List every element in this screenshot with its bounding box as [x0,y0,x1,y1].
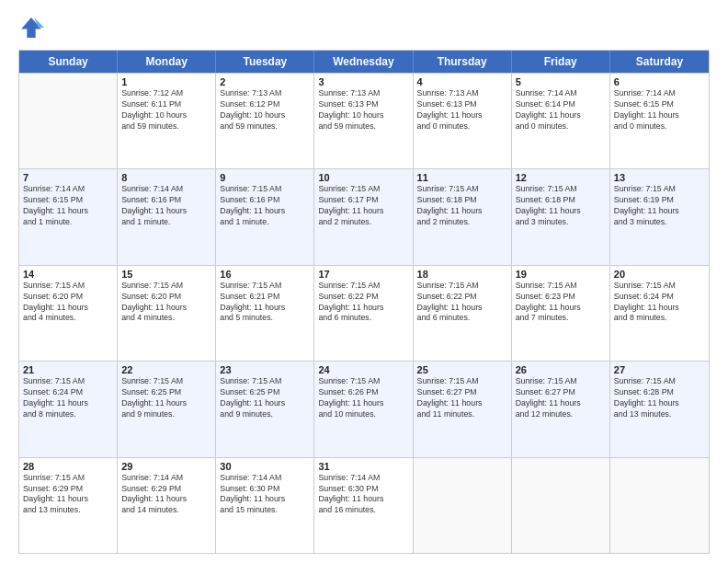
day-info: Sunrise: 7:15 AM Sunset: 6:18 PM Dayligh… [417,184,507,228]
calendar-cell [414,458,512,553]
calendar-cell: 18Sunrise: 7:15 AM Sunset: 6:22 PM Dayli… [414,266,512,361]
day-number: 18 [417,269,507,280]
day-number: 10 [318,172,408,183]
day-info: Sunrise: 7:15 AM Sunset: 6:24 PM Dayligh… [23,376,113,420]
day-info: Sunrise: 7:15 AM Sunset: 6:18 PM Dayligh… [516,184,606,228]
day-info: Sunrise: 7:15 AM Sunset: 6:28 PM Dayligh… [614,376,705,420]
day-info: Sunrise: 7:15 AM Sunset: 6:23 PM Dayligh… [516,281,606,325]
calendar-cell: 20Sunrise: 7:15 AM Sunset: 6:24 PM Dayli… [610,266,709,361]
calendar-cell: 6Sunrise: 7:14 AM Sunset: 6:15 PM Daylig… [610,74,709,168]
calendar-cell: 10Sunrise: 7:15 AM Sunset: 6:17 PM Dayli… [314,169,413,264]
calendar-cell: 21Sunrise: 7:15 AM Sunset: 6:24 PM Dayli… [19,362,118,456]
day-info: Sunrise: 7:15 AM Sunset: 6:19 PM Dayligh… [614,184,705,228]
day-number: 21 [23,364,113,375]
calendar-cell: 1Sunrise: 7:12 AM Sunset: 6:11 PM Daylig… [118,74,216,168]
day-number: 9 [220,172,310,183]
day-number: 17 [318,269,408,280]
day-number: 25 [417,364,507,375]
day-info: Sunrise: 7:13 AM Sunset: 6:12 PM Dayligh… [220,88,310,132]
day-info: Sunrise: 7:15 AM Sunset: 6:27 PM Dayligh… [516,376,606,420]
page: SundayMondayTuesdayWednesdayThursdayFrid… [0,0,728,563]
calendar-cell: 28Sunrise: 7:15 AM Sunset: 6:29 PM Dayli… [19,458,118,553]
calendar-cell: 27Sunrise: 7:15 AM Sunset: 6:28 PM Dayli… [610,362,709,456]
calendar-cell: 24Sunrise: 7:15 AM Sunset: 6:26 PM Dayli… [314,362,413,456]
day-number: 12 [516,172,606,183]
calendar-cell: 17Sunrise: 7:15 AM Sunset: 6:22 PM Dayli… [314,266,413,361]
day-number: 13 [614,172,705,183]
day-number: 30 [220,461,310,472]
day-number: 27 [614,364,705,375]
day-info: Sunrise: 7:15 AM Sunset: 6:29 PM Dayligh… [23,473,113,517]
calendar-week-2: 7Sunrise: 7:14 AM Sunset: 6:15 PM Daylig… [19,168,709,264]
day-info: Sunrise: 7:15 AM Sunset: 6:20 PM Dayligh… [121,281,211,325]
day-info: Sunrise: 7:15 AM Sunset: 6:25 PM Dayligh… [121,376,211,420]
day-info: Sunrise: 7:14 AM Sunset: 6:14 PM Dayligh… [516,88,606,132]
calendar-cell: 23Sunrise: 7:15 AM Sunset: 6:25 PM Dayli… [216,362,314,456]
day-number: 15 [121,269,211,280]
day-number: 4 [417,76,507,87]
calendar-cell: 2Sunrise: 7:13 AM Sunset: 6:12 PM Daylig… [216,74,314,168]
calendar-cell: 8Sunrise: 7:14 AM Sunset: 6:16 PM Daylig… [118,169,216,264]
day-info: Sunrise: 7:14 AM Sunset: 6:15 PM Dayligh… [23,184,113,228]
day-number: 3 [318,76,408,87]
calendar-cell: 14Sunrise: 7:15 AM Sunset: 6:20 PM Dayli… [19,266,118,361]
day-number: 20 [614,269,705,280]
header-day-thursday: Thursday [414,51,512,73]
calendar-cell: 26Sunrise: 7:15 AM Sunset: 6:27 PM Dayli… [512,362,610,456]
day-number: 26 [516,364,606,375]
calendar-cell [512,458,610,553]
svg-marker-0 [21,17,41,38]
calendar-week-5: 28Sunrise: 7:15 AM Sunset: 6:29 PM Dayli… [19,457,709,553]
header-day-wednesday: Wednesday [314,51,413,73]
calendar-cell: 5Sunrise: 7:14 AM Sunset: 6:14 PM Daylig… [512,74,610,168]
day-number: 14 [23,269,113,280]
day-number: 28 [23,461,113,472]
calendar-cell: 16Sunrise: 7:15 AM Sunset: 6:21 PM Dayli… [216,266,314,361]
calendar-header-row: SundayMondayTuesdayWednesdayThursdayFrid… [19,51,709,73]
day-info: Sunrise: 7:14 AM Sunset: 6:29 PM Dayligh… [121,473,211,517]
day-info: Sunrise: 7:15 AM Sunset: 6:25 PM Dayligh… [220,376,310,420]
day-info: Sunrise: 7:15 AM Sunset: 6:16 PM Dayligh… [220,184,310,228]
header-day-sunday: Sunday [19,51,118,73]
calendar-week-4: 21Sunrise: 7:15 AM Sunset: 6:24 PM Dayli… [19,361,709,456]
day-info: Sunrise: 7:15 AM Sunset: 6:26 PM Dayligh… [318,376,408,420]
calendar-cell: 31Sunrise: 7:14 AM Sunset: 6:30 PM Dayli… [314,458,413,553]
day-number: 11 [417,172,507,183]
calendar-body: 1Sunrise: 7:12 AM Sunset: 6:11 PM Daylig… [19,73,709,553]
day-number: 1 [121,76,211,87]
calendar-cell: 29Sunrise: 7:14 AM Sunset: 6:29 PM Dayli… [118,458,216,553]
calendar-cell: 25Sunrise: 7:15 AM Sunset: 6:27 PM Dayli… [414,362,512,456]
calendar-cell: 9Sunrise: 7:15 AM Sunset: 6:16 PM Daylig… [216,169,314,264]
day-number: 23 [220,364,310,375]
day-info: Sunrise: 7:15 AM Sunset: 6:20 PM Dayligh… [23,281,113,325]
day-number: 8 [121,172,211,183]
day-info: Sunrise: 7:15 AM Sunset: 6:17 PM Dayligh… [318,184,408,228]
header-day-monday: Monday [118,51,216,73]
day-number: 19 [516,269,606,280]
header-day-saturday: Saturday [610,51,709,73]
calendar-cell [19,74,118,168]
calendar-cell: 12Sunrise: 7:15 AM Sunset: 6:18 PM Dayli… [512,169,610,264]
logo-icon [18,15,44,40]
day-number: 29 [121,461,211,472]
calendar: SundayMondayTuesdayWednesdayThursdayFrid… [18,50,710,554]
day-number: 5 [516,76,606,87]
day-number: 2 [220,76,310,87]
day-info: Sunrise: 7:15 AM Sunset: 6:21 PM Dayligh… [220,281,310,325]
day-info: Sunrise: 7:15 AM Sunset: 6:22 PM Dayligh… [318,281,408,325]
calendar-cell: 19Sunrise: 7:15 AM Sunset: 6:23 PM Dayli… [512,266,610,361]
header-day-friday: Friday [512,51,610,73]
calendar-week-3: 14Sunrise: 7:15 AM Sunset: 6:20 PM Dayli… [19,265,709,361]
day-number: 31 [318,461,408,472]
day-info: Sunrise: 7:15 AM Sunset: 6:27 PM Dayligh… [417,376,507,420]
day-info: Sunrise: 7:14 AM Sunset: 6:30 PM Dayligh… [318,473,408,517]
day-number: 24 [318,364,408,375]
logo [18,15,48,40]
day-info: Sunrise: 7:14 AM Sunset: 6:16 PM Dayligh… [121,184,211,228]
calendar-cell: 11Sunrise: 7:15 AM Sunset: 6:18 PM Dayli… [414,169,512,264]
day-info: Sunrise: 7:12 AM Sunset: 6:11 PM Dayligh… [121,88,211,132]
calendar-cell [610,458,709,553]
day-number: 7 [23,172,113,183]
day-number: 6 [614,76,705,87]
calendar-cell: 3Sunrise: 7:13 AM Sunset: 6:13 PM Daylig… [314,74,413,168]
